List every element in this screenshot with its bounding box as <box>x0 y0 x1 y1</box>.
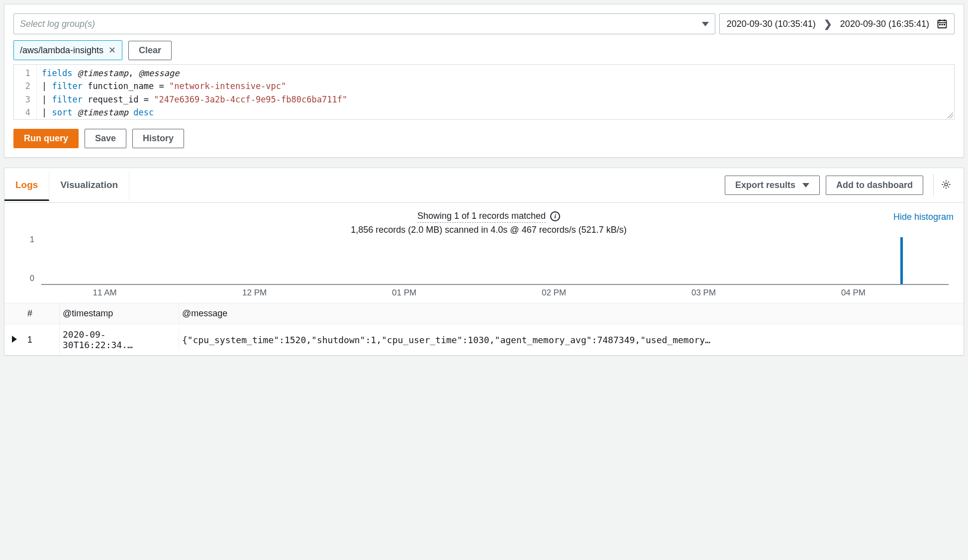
row-timestamp: 2020-09-30T16:22:34.… <box>59 324 179 355</box>
editor-gutter: 1 2 3 4 <box>14 65 37 119</box>
log-group-placeholder: Select log group(s) <box>20 19 95 29</box>
date-range-picker[interactable]: 2020-09-30 (10:35:41) ❯ 2020-09-30 (16:3… <box>719 13 955 34</box>
resize-handle[interactable] <box>947 112 953 118</box>
close-icon[interactable]: ✕ <box>108 45 116 56</box>
stats-row: Showing 1 of 1 records matched i 1,856 r… <box>4 203 964 235</box>
top-row: Select log group(s) 2020-09-30 (10:35:41… <box>13 13 955 34</box>
histogram-bar <box>900 237 903 284</box>
histogram-plot[interactable] <box>41 235 949 285</box>
query-panel: Select log group(s) 2020-09-30 (10:35:41… <box>4 4 964 158</box>
info-icon[interactable]: i <box>550 211 560 221</box>
svg-rect-2 <box>939 24 941 25</box>
query-actions: Run query Save History <box>13 129 955 148</box>
col-timestamp[interactable]: @timestamp <box>59 303 179 324</box>
row-message: {"cpu_system_time":1520,"shutdown":1,"cp… <box>179 330 964 350</box>
log-group-chip: /aws/lambda-insights ✕ <box>13 40 122 60</box>
export-results-button[interactable]: Export results <box>725 176 820 195</box>
stats-center: Showing 1 of 1 records matched i 1,856 r… <box>84 211 893 235</box>
chevron-down-icon <box>702 22 709 26</box>
col-number[interactable]: # <box>24 303 59 324</box>
chevron-right-icon: ❯ <box>824 18 832 30</box>
chevron-right-icon <box>12 336 17 343</box>
tab-logs[interactable]: Logs <box>4 171 49 201</box>
tabs: Logs Visualization <box>4 171 725 200</box>
results-table-header: # @timestamp @message <box>4 303 964 324</box>
gear-icon[interactable] <box>941 184 952 191</box>
settings-wrap <box>933 174 959 196</box>
clear-button[interactable]: Clear <box>128 41 172 60</box>
svg-rect-4 <box>944 24 945 25</box>
tabs-right: Export results Add to dashboard <box>725 168 959 202</box>
stats-scanned: 1,856 records (2.0 MB) scanned in 4.0s @… <box>84 225 893 235</box>
hide-histogram-link[interactable]: Hide histogram <box>893 211 954 222</box>
run-query-button[interactable]: Run query <box>13 129 79 148</box>
date-from: 2020-09-30 (10:35:41) <box>727 19 816 29</box>
log-group-chip-label: /aws/lambda-insights <box>20 45 103 56</box>
results-panel: Logs Visualization Export results Add to… <box>4 168 964 356</box>
histogram-x-axis: 11 AM 12 PM 01 PM 02 PM 03 PM 04 PM <box>41 285 949 298</box>
selected-groups-row: /aws/lambda-insights ✕ Clear <box>13 40 955 60</box>
tabs-bar: Logs Visualization Export results Add to… <box>4 168 964 203</box>
chevron-down-icon <box>802 183 809 187</box>
svg-point-7 <box>945 183 948 186</box>
histogram-y-axis: 1 0 <box>24 235 34 283</box>
log-group-select[interactable]: Select log group(s) <box>13 13 715 34</box>
history-button[interactable]: History <box>132 129 184 148</box>
add-to-dashboard-button[interactable]: Add to dashboard <box>826 176 923 195</box>
date-to: 2020-09-30 (16:35:41) <box>840 19 929 29</box>
col-message[interactable]: @message <box>179 303 964 324</box>
stats-matched: Showing 1 of 1 records matched <box>417 211 546 223</box>
editor-code[interactable]: fields @timestamp, @message | filter fun… <box>37 65 352 119</box>
row-number: 1 <box>24 330 59 350</box>
tab-visualization[interactable]: Visualization <box>49 171 129 200</box>
expand-toggle[interactable] <box>4 335 24 345</box>
histogram: 1 0 11 AM 12 PM 01 PM 02 PM 03 PM 04 PM <box>4 235 964 303</box>
query-editor[interactable]: 1 2 3 4 fields @timestamp, @message | fi… <box>13 64 955 120</box>
table-row[interactable]: 1 2020-09-30T16:22:34.… {"cpu_system_tim… <box>4 324 964 355</box>
svg-rect-3 <box>942 24 943 25</box>
save-button[interactable]: Save <box>85 129 126 148</box>
calendar-icon <box>937 19 947 29</box>
